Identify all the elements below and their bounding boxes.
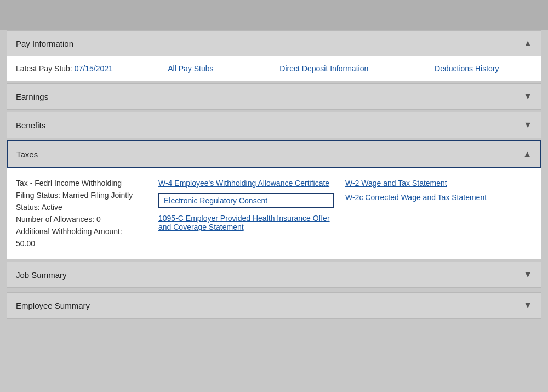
pay-links-row: Latest Pay Stub: 07/15/2021 All Pay Stub… [7,56,541,81]
form-1095c-link[interactable]: 1095-C Employer Provided Health Insuranc… [158,214,334,231]
w2c-link[interactable]: W-2c Corrected Wage and Tax Statement [345,193,532,202]
job-summary-chevron-down-icon: ▼ [523,270,532,280]
pay-information-header[interactable]: Pay Information ▲ [7,30,541,56]
latest-pay-stub-label: Latest Pay Stub: [16,64,72,73]
job-summary-section: Job Summary ▼ [7,262,541,288]
tax-line-1: Tax - Fedrl Income Withholding [16,179,158,188]
content-area: Pay Information ▲ Latest Pay Stub: 07/15… [0,30,548,327]
taxes-label: Taxes [16,150,38,159]
pay-information-section: Pay Information ▲ Latest Pay Stub: 07/15… [7,30,541,81]
benefits-header[interactable]: Benefits ▼ [7,112,541,138]
employee-summary-header[interactable]: Employee Summary ▼ [7,292,541,319]
taxes-section: Taxes ▲ Tax - Fedrl Income Withholding F… [7,140,541,259]
tax-links-column: W-4 Employee's Withholding Allowance Cer… [158,179,345,248]
taxes-content: Tax - Fedrl Income Withholding Filing St… [7,168,541,259]
direct-deposit-link[interactable]: Direct Deposit Information [279,64,368,73]
w2-link[interactable]: W-2 Wage and Tax Statement [345,179,532,188]
tax-line-2: Filing Status: Married Filing Jointly [16,191,158,200]
benefits-chevron-down-icon: ▼ [523,120,532,130]
tax-line-3: Status: Active [16,203,158,212]
earnings-chevron-down-icon: ▼ [523,92,532,101]
employee-summary-label: Employee Summary [16,301,90,310]
w4-link[interactable]: W-4 Employee's Withholding Allowance Cer… [158,179,334,188]
taxes-chevron-up-icon: ▲ [523,149,532,159]
earnings-label: Earnings [16,92,48,101]
earnings-section: Earnings ▼ [7,83,541,110]
tax-line-5: Additional Withholding Amount: [16,227,158,236]
pay-links-nav: All Pay Stubs Direct Deposit Information… [135,64,532,73]
latest-pay-stub-date-link[interactable]: 07/15/2021 [75,64,113,73]
tax-line-6: 50.00 [16,239,158,248]
benefits-label: Benefits [16,121,45,130]
bottom-sections: Job Summary ▼ Employee Summary ▼ [7,262,541,321]
deductions-history-link[interactable]: Deductions History [435,64,499,73]
earnings-header[interactable]: Earnings ▼ [7,83,541,110]
top-bar [0,0,548,30]
employee-summary-chevron-down-icon: ▼ [523,300,532,310]
taxes-header[interactable]: Taxes ▲ [7,140,541,168]
tax-info-column: Tax - Fedrl Income Withholding Filing St… [16,179,158,248]
tax-line-4: Number of Allowances: 0 [16,215,158,224]
all-pay-stubs-link[interactable]: All Pay Stubs [168,64,213,73]
tax-right-links-column: W-2 Wage and Tax Statement W-2c Correcte… [345,179,532,248]
electronic-regulatory-consent-link[interactable]: Electronic Regulatory Consent [158,193,334,208]
benefits-section: Benefits ▼ [7,112,541,138]
employee-summary-section: Employee Summary ▼ [7,292,541,319]
pay-information-chevron-up-icon: ▲ [523,38,532,48]
job-summary-label: Job Summary [16,270,67,280]
pay-information-label: Pay Information [16,39,73,48]
job-summary-header[interactable]: Job Summary ▼ [7,262,541,288]
